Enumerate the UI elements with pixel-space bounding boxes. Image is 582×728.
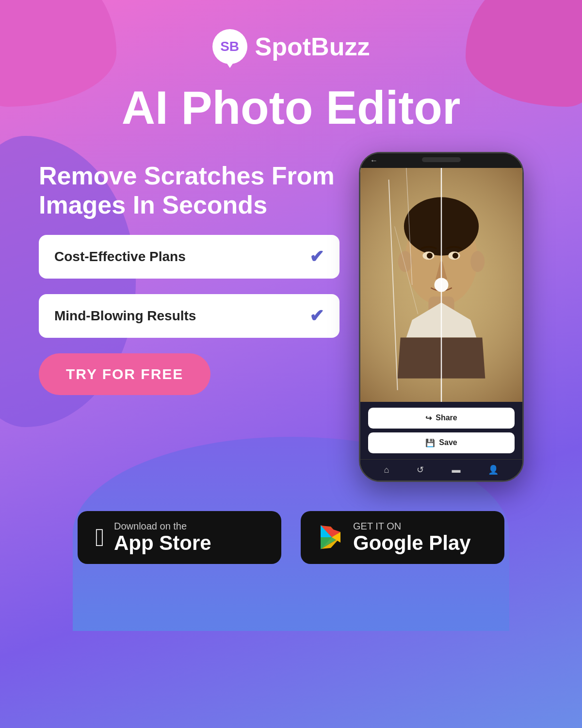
brand-name: SpotBuzz (255, 32, 370, 61)
left-panel: Remove Scratches From Images In Seconds … (39, 162, 340, 482)
phone-container: ← (359, 152, 543, 482)
logo-badge: SB (212, 29, 247, 64)
save-label: Save (439, 438, 457, 447)
checkmark-1: ✔ (309, 247, 324, 267)
phone-buttons: ↪ Share 💾 Save (360, 402, 522, 459)
feature-item-1: Cost-Effective Plans ✔ (39, 235, 340, 279)
checkmark-2: ✔ (309, 306, 324, 326)
svg-point-9 (398, 251, 412, 272)
profile-icon[interactable]: 👤 (488, 464, 499, 475)
history-icon[interactable]: ↺ (417, 464, 424, 475)
google-play-button[interactable]: GET IT ON Google Play (301, 511, 504, 564)
header: SB SpotBuzz (0, 0, 582, 64)
apple-store-text: Download on the App Store (114, 521, 211, 554)
menu-icon[interactable]: ▬ (452, 465, 460, 475)
store-section:  Download on the App Store GET IT ON Go… (0, 482, 582, 564)
save-button[interactable]: 💾 Save (368, 432, 515, 453)
back-arrow: ← (370, 156, 378, 165)
svg-point-10 (470, 251, 485, 272)
apple-icon:  (95, 523, 104, 552)
feature-label-2: Mind-Blowing Results (54, 308, 196, 324)
phone-screen: ← (360, 153, 522, 480)
phone-image-area (360, 168, 522, 402)
phone-mockup: ← (359, 152, 524, 482)
save-icon: 💾 (425, 438, 435, 447)
svg-point-8 (453, 253, 458, 259)
google-play-sub: GET IT ON (353, 521, 471, 532)
logo-letters: SB (220, 39, 239, 54)
google-play-text: GET IT ON Google Play (353, 521, 471, 554)
svg-point-15 (435, 278, 449, 292)
google-play-icon (318, 525, 343, 550)
portrait-svg (360, 168, 522, 402)
tagline: Remove Scratches From Images In Seconds (39, 162, 340, 220)
svg-point-7 (427, 253, 433, 259)
apple-store-sub: Download on the (114, 521, 211, 532)
cta-button[interactable]: TRY FOR FREE (39, 353, 210, 395)
share-label: Share (436, 414, 457, 422)
apple-store-button[interactable]:  Download on the App Store (78, 511, 281, 564)
phone-nav: ⌂ ↺ ▬ 👤 (360, 459, 522, 480)
feature-label-1: Cost-Effective Plans (54, 249, 186, 265)
portrait-bg (360, 168, 522, 402)
home-icon[interactable]: ⌂ (384, 465, 389, 475)
apple-store-main: App Store (114, 532, 211, 554)
google-play-main: Google Play (353, 532, 471, 554)
share-icon: ↪ (425, 414, 432, 423)
phone-notch (422, 157, 461, 162)
main-title: AI Photo Editor (0, 64, 582, 132)
share-button[interactable]: ↪ Share (368, 408, 515, 429)
content-area: Remove Scratches From Images In Seconds … (0, 132, 582, 482)
feature-item-2: Mind-Blowing Results ✔ (39, 294, 340, 338)
